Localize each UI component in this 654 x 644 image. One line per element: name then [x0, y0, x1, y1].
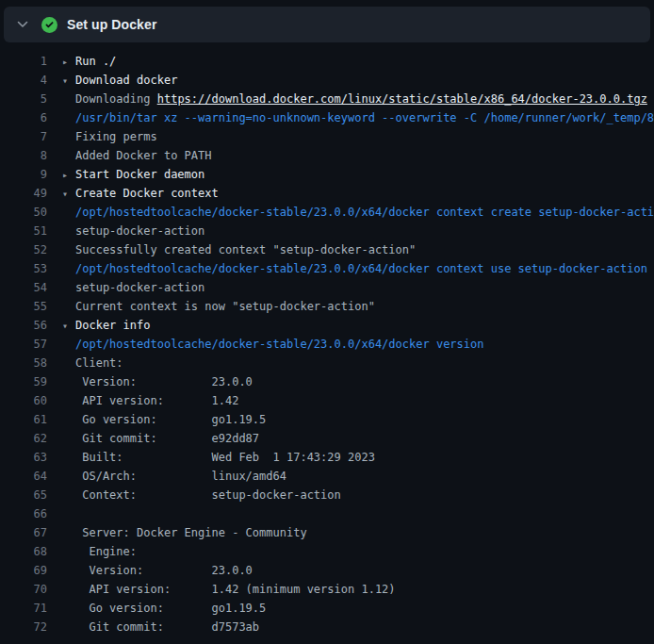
line-number[interactable]: 53	[0, 259, 47, 278]
log-text: OS/Arch: linux/amd64	[75, 467, 286, 486]
line-number[interactable]: 72	[0, 618, 47, 636]
log-text: Client:	[75, 354, 123, 372]
log-text: Added Docker to PATH	[75, 146, 212, 165]
line-number[interactable]: 69	[0, 561, 47, 580]
log-line: 68 Engine:	[0, 542, 654, 561]
line-number[interactable]: 66	[0, 504, 47, 523]
triangle-right-icon[interactable]: ▸	[62, 53, 75, 71]
line-number[interactable]: 7	[0, 127, 47, 146]
log-text: Built: Wed Feb 1 17:43:29 2023	[75, 448, 375, 467]
line-number[interactable]: 1	[0, 52, 47, 71]
line-number[interactable]: 58	[0, 354, 47, 372]
log-link[interactable]: https://download.docker.com/linux/static…	[157, 92, 647, 106]
group-title: Create Docker context	[75, 184, 219, 203]
line-number[interactable]: 5	[0, 90, 47, 108]
log-line: 64 OS/Arch: linux/amd64	[0, 467, 654, 486]
line-number[interactable]: 51	[0, 222, 47, 240]
line-number[interactable]: 64	[0, 467, 47, 486]
log-output: 1▸Run ./4▾Download docker5Downloading ht…	[0, 42, 654, 636]
log-line: 67 Server: Docker Engine - Community	[0, 523, 654, 542]
line-number[interactable]: 61	[0, 410, 47, 429]
line-number[interactable]: 67	[0, 523, 47, 542]
group-title: Start Docker daemon	[75, 165, 204, 184]
log-text: API version: 1.42	[75, 391, 238, 410]
log-line: 70 API version: 1.42 (minimum version 1.…	[0, 580, 654, 599]
triangle-down-icon[interactable]: ▾	[62, 185, 75, 203]
line-number[interactable]: 60	[0, 391, 47, 410]
group-title: Docker info	[75, 316, 150, 335]
line-number[interactable]: 63	[0, 448, 47, 467]
log-text: Git commit: d7573ab	[75, 618, 259, 636]
line-number[interactable]: 54	[0, 278, 47, 297]
step-title: Set up Docker	[67, 17, 156, 32]
line-number[interactable]: 6	[0, 108, 47, 127]
line-number[interactable]: 8	[0, 146, 47, 165]
triangle-down-icon[interactable]: ▾	[62, 317, 75, 335]
log-line: 71 Go version: go1.19.5	[0, 599, 654, 618]
log-text: API version: 1.42 (minimum version 1.12)	[75, 580, 396, 599]
log-text: Server: Docker Engine - Community	[75, 523, 307, 542]
log-text: Version: 23.0.0	[75, 372, 253, 391]
step-header[interactable]: Set up Docker	[4, 7, 650, 42]
log-text: Fixing perms	[75, 127, 157, 146]
line-number[interactable]: 70	[0, 580, 47, 599]
log-text: Engine:	[75, 542, 137, 561]
line-number[interactable]: 71	[0, 599, 47, 618]
log-line: 50/opt/hostedtoolcache/docker-stable/23.…	[0, 203, 654, 222]
line-number[interactable]: 4	[0, 71, 47, 90]
log-line: 51setup-docker-action	[0, 222, 654, 240]
log-line: 65 Context: setup-docker-action	[0, 486, 654, 504]
log-text: Current context is now "setup-docker-act…	[75, 297, 375, 316]
log-group-line[interactable]: 49▾Create Docker context	[0, 184, 654, 203]
line-number[interactable]: 59	[0, 372, 47, 391]
line-number[interactable]: 55	[0, 297, 47, 316]
line-number[interactable]: 56	[0, 316, 47, 335]
log-text: setup-docker-action	[75, 278, 204, 297]
log-group-line[interactable]: 9▸Start Docker daemon	[0, 165, 654, 184]
log-line: 60 API version: 1.42	[0, 391, 654, 410]
triangle-down-icon[interactable]: ▾	[62, 72, 75, 90]
log-line: 58Client:	[0, 354, 654, 372]
log-text: Downloading	[75, 92, 157, 106]
log-text: Go version: go1.19.5	[75, 599, 266, 618]
log-line: 53/opt/hostedtoolcache/docker-stable/23.…	[0, 259, 654, 278]
line-number[interactable]: 9	[0, 165, 47, 184]
chevron-down-icon[interactable]	[15, 17, 30, 32]
log-text: Version: 23.0.0	[75, 561, 253, 580]
line-number[interactable]: 65	[0, 486, 47, 504]
log-command-text: /usr/bin/tar xz --warning=no-unknown-key…	[75, 108, 654, 127]
log-line: 6/usr/bin/tar xz --warning=no-unknown-ke…	[0, 108, 654, 127]
log-line: 54setup-docker-action	[0, 278, 654, 297]
log-text: Successfully created context "setup-dock…	[75, 240, 416, 259]
group-title: Run ./	[75, 52, 116, 71]
line-number[interactable]: 62	[0, 429, 47, 448]
line-number[interactable]: 49	[0, 184, 47, 203]
check-circle-icon	[41, 17, 57, 33]
line-number[interactable]: 52	[0, 240, 47, 259]
log-line: 62 Git commit: e92dd87	[0, 429, 654, 448]
log-group-line[interactable]: 4▾Download docker	[0, 71, 654, 90]
log-line: 59 Version: 23.0.0	[0, 372, 654, 391]
line-number[interactable]: 68	[0, 542, 47, 561]
log-group-line[interactable]: 1▸Run ./	[0, 52, 654, 71]
log-text: setup-docker-action	[75, 222, 204, 240]
log-line: 7Fixing perms	[0, 127, 654, 146]
triangle-right-icon[interactable]: ▸	[62, 166, 75, 184]
log-line: 72 Git commit: d7573ab	[0, 618, 654, 636]
line-number[interactable]: 57	[0, 335, 47, 354]
log-text: Git commit: e92dd87	[75, 429, 259, 448]
log-line: 61 Go version: go1.19.5	[0, 410, 654, 429]
log-line: 52Successfully created context "setup-do…	[0, 240, 654, 259]
line-number[interactable]: 50	[0, 203, 47, 222]
log-line: 5Downloading https://download.docker.com…	[0, 90, 654, 108]
log-line: 8Added Docker to PATH	[0, 146, 654, 165]
log-group-line[interactable]: 56▾Docker info	[0, 316, 654, 335]
log-line: 57/opt/hostedtoolcache/docker-stable/23.…	[0, 335, 654, 354]
log-line: 69 Version: 23.0.0	[0, 561, 654, 580]
group-title: Download docker	[75, 71, 177, 90]
log-command-text: /opt/hostedtoolcache/docker-stable/23.0.…	[75, 259, 647, 278]
log-text: Downloading https://download.docker.com/…	[75, 90, 647, 108]
log-line: 66	[0, 504, 654, 523]
log-line: 63 Built: Wed Feb 1 17:43:29 2023	[0, 448, 654, 467]
log-text: Context: setup-docker-action	[75, 486, 341, 504]
